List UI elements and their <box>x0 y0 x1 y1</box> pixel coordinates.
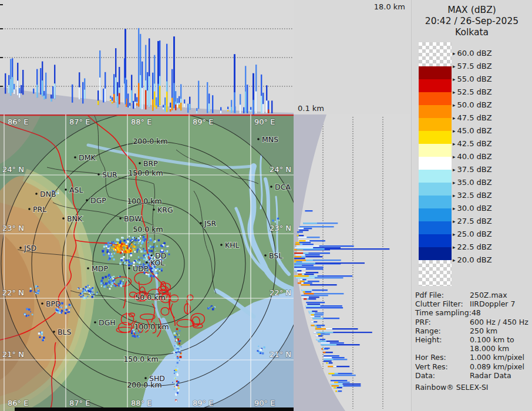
info-row: Time sampling:48 <box>415 308 530 317</box>
city-label: UDP <box>133 264 149 273</box>
city-marker-dot <box>87 267 89 269</box>
latitude-label-right: 22° N <box>270 288 291 297</box>
info-value: 48 <box>472 308 481 317</box>
height-axis-max-label: 18.0 km <box>374 2 405 11</box>
colorbar-swatch <box>419 196 452 208</box>
city-marker-dot <box>74 156 76 159</box>
colorbar-swatch <box>419 157 452 170</box>
dbz-scale-label: ▸52.5 dBZ <box>453 87 492 96</box>
range-ring-label: 100.0 km <box>127 197 161 206</box>
scale-arrow-icon: ▸ <box>453 206 456 211</box>
city-marker-dot <box>270 186 272 188</box>
city-label: DCA <box>275 183 291 191</box>
city-label: BSL <box>269 251 282 260</box>
radar-info: Pdf File:250Z.maxClutter Filter:IIRDoppl… <box>415 291 530 392</box>
dbz-scale-label: ▸55.0 dBZ <box>453 75 492 83</box>
radar-map: 86° E86° E87° E87° E88° E88° E89° E89° E… <box>0 114 294 411</box>
city-marker-dot <box>220 244 223 246</box>
city-marker-dot <box>119 217 122 220</box>
info-label <box>415 344 470 353</box>
scale-arrow-icon: ▸ <box>453 89 456 95</box>
latitude-label-right: 23° N <box>270 224 291 233</box>
city-label: JSD <box>23 244 36 252</box>
city-label: DMK <box>79 153 96 162</box>
city-label: DGH <box>99 318 116 327</box>
scale-arrow-icon: ▸ <box>453 63 456 69</box>
city-marker-dot <box>146 261 148 264</box>
longitude-label-bottom: 86° E <box>8 399 28 407</box>
scale-arrow-icon: ▸ <box>453 180 456 186</box>
city-marker-dot <box>200 222 202 224</box>
scale-arrow-icon: ▸ <box>453 141 456 147</box>
info-row: 18.000 km <box>415 344 530 353</box>
dbz-scale-label: ▸25.0 dBZ <box>453 230 492 238</box>
right-profile-plot <box>294 114 411 411</box>
latitude-label-left: 22° N <box>2 288 24 297</box>
city-marker-dot <box>257 138 260 140</box>
longitude-label-top: 90° E <box>254 117 275 126</box>
top-profile-plot <box>0 0 294 114</box>
range-ring-label: 50.0 km <box>133 225 163 234</box>
scale-arrow-icon: ▸ <box>453 115 456 121</box>
top-height-profile-panel <box>0 0 294 114</box>
legend-panel: MAX (dBZ) 20:42 / 26-Sep-2025 Kolkata ▸6… <box>411 0 532 411</box>
city-marker-dot <box>139 162 141 164</box>
info-label: Height: <box>415 335 470 344</box>
longitude-label-top: 88° E <box>131 117 151 126</box>
dbz-scale-label: ▸45.0 dBZ <box>453 126 492 135</box>
info-row: Pdf File:250Z.max <box>415 291 530 299</box>
city-label: KHL <box>225 241 240 250</box>
colorbar-transparent-swatch <box>419 42 452 66</box>
city-label: BRP <box>143 159 158 168</box>
latitude-label-left: 23° N <box>2 224 24 233</box>
city-label: JSR <box>204 219 217 228</box>
info-row: Hor Res:1.000 km/pixel <box>415 353 530 362</box>
dbz-scale-label: ▸57.5 dBZ <box>453 62 492 70</box>
dbz-scale-label: ▸42.5 dBZ <box>453 139 492 148</box>
info-row: Vert Res:0.089 km/pixel <box>415 362 530 371</box>
city-label: MDP <box>92 264 108 273</box>
dbz-scale-label: ▸22.5 dBZ <box>453 242 492 251</box>
city-marker-dot <box>128 267 130 269</box>
info-value: 0.100 km to <box>470 335 514 344</box>
longitude-label-top: 86° E <box>8 117 28 126</box>
city-label: KOL <box>150 258 164 267</box>
city-label: MNS <box>262 135 278 144</box>
longitude-label-bottom: 87° E <box>69 399 90 407</box>
city-label: PRL <box>33 205 46 214</box>
city-marker-dot <box>41 302 43 305</box>
city-marker-dot <box>28 208 31 210</box>
colorbar-swatch <box>419 105 452 118</box>
longitude-label-top: 87° E <box>69 117 90 126</box>
city-label: DNB <box>40 190 56 198</box>
dbz-scale-label: ▸30.0 dBZ <box>453 204 492 213</box>
colorbar-swatch <box>419 221 452 234</box>
latitude-label-left: 21° N <box>2 350 24 359</box>
info-row: PRF:600 Hz / 450 Hz <box>415 318 530 326</box>
radar-map-panel: 86° E86° E87° E87° E88° E88° E89° E89° E… <box>0 114 294 411</box>
info-label: Range: <box>415 326 470 335</box>
longitude-label-bottom: 90° E <box>254 399 275 407</box>
longitude-label-top: 89° E <box>193 117 213 126</box>
axis-corner-panel: 18.0 km 0.1 km <box>294 0 411 114</box>
dbz-scale-label: ▸40.0 dBZ <box>453 152 492 161</box>
city-label: BNK <box>67 214 83 223</box>
info-value: 1.000 km/pixel <box>470 353 524 362</box>
info-value: IIRDoppler 7 <box>470 299 515 308</box>
dbz-colorbar <box>419 42 452 286</box>
radar-application-window: 18.0 km 0.1 km <box>0 0 532 411</box>
latitude-label-right: 21° N <box>270 350 291 359</box>
info-label: Hor Res: <box>415 353 470 362</box>
city-marker-dot <box>97 173 100 176</box>
city-marker-dot <box>153 208 155 211</box>
longitude-label-bottom: 88° E <box>131 399 151 407</box>
dbz-scale-label: ▸32.5 dBZ <box>453 191 492 200</box>
scale-arrow-icon: ▸ <box>453 167 456 173</box>
colorbar-swatch <box>419 208 452 221</box>
scale-arrow-icon: ▸ <box>453 218 456 224</box>
info-value: 0.089 km/pixel <box>470 362 524 371</box>
dbz-scale-label: ▸20.0 dBZ <box>453 255 492 264</box>
colorbar-swatch <box>419 234 452 247</box>
range-ring-label: 150.0 km <box>123 355 158 363</box>
range-ring-label: 50.0 km <box>135 293 165 302</box>
